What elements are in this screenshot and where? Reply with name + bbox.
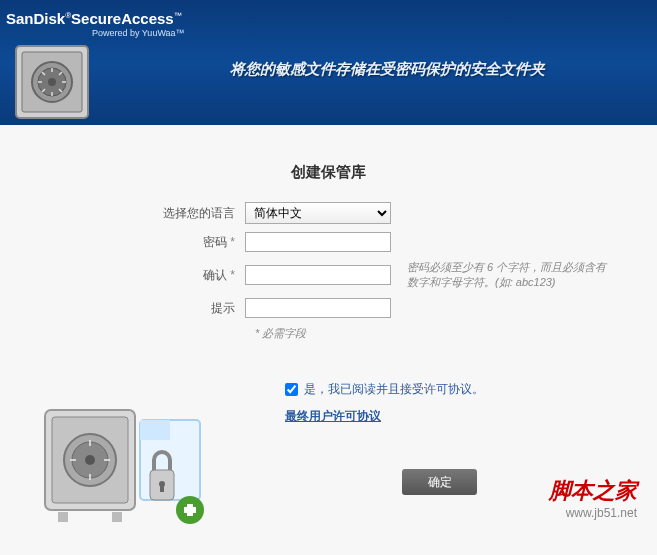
svg-point-17: [85, 455, 95, 465]
page-title: 创建保管库: [40, 163, 617, 182]
vault-illustration: [40, 390, 220, 530]
ok-button[interactable]: 确定: [402, 469, 477, 495]
password-input[interactable]: [245, 232, 391, 252]
powered-by-text: Powered by YuuWaa™: [92, 28, 185, 38]
required-star-icon: *: [230, 268, 235, 282]
hint-row: 提示: [40, 298, 617, 318]
agree-checkbox[interactable]: [285, 383, 298, 396]
required-star-icon: *: [230, 235, 235, 249]
confirm-row: 确认 * 密码必须至少有 6 个字符，而且必须含有数字和字母字符。(如: abc…: [40, 260, 617, 290]
password-rule-hint: 密码必须至少有 6 个字符，而且必须含有数字和字母字符。(如: abc123): [395, 260, 617, 290]
language-select[interactable]: 简体中文: [245, 202, 391, 224]
language-row: 选择您的语言 简体中文: [40, 202, 617, 224]
brand-logo: SanDisk®SecureAccess™: [6, 10, 182, 27]
svg-rect-28: [160, 484, 164, 492]
svg-rect-22: [58, 512, 68, 522]
svg-rect-31: [187, 504, 193, 516]
password-row: 密码 *: [40, 232, 617, 252]
eula-link[interactable]: 最终用户许可协议: [285, 409, 381, 423]
language-label: 选择您的语言: [40, 205, 245, 222]
brand-prefix: SanDisk: [6, 10, 65, 27]
header-tagline: 将您的敏感文件存储在受密码保护的安全文件夹: [230, 60, 545, 79]
brand-suffix: SecureAccess: [71, 10, 174, 27]
password-label: 密码 *: [40, 234, 245, 251]
confirm-label: 确认 *: [40, 267, 245, 284]
required-note: * 必需字段: [255, 326, 617, 341]
svg-rect-23: [112, 512, 122, 522]
watermark-site-name: 脚本之家: [549, 476, 637, 506]
app-header: SanDisk®SecureAccess™ Powered by YuuWaa™…: [0, 0, 657, 125]
svg-point-4: [48, 78, 56, 86]
hint-input[interactable]: [245, 298, 391, 318]
plus-icon: [176, 496, 204, 524]
trademark-icon: ™: [174, 11, 182, 20]
confirm-input[interactable]: [245, 265, 391, 285]
vault-icon: [12, 42, 92, 122]
watermark: 脚本之家 www.jb51.net: [549, 476, 637, 520]
agree-label: 是，我已阅读并且接受许可协议。: [304, 381, 484, 398]
watermark-site-url: www.jb51.net: [549, 506, 637, 520]
svg-rect-25: [140, 420, 170, 440]
hint-label: 提示: [40, 300, 245, 317]
agreement-row: 是，我已阅读并且接受许可协议。: [285, 381, 617, 398]
